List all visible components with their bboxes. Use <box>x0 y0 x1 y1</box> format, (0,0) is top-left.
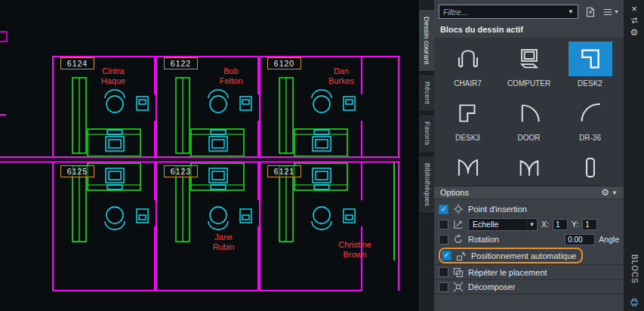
auto-hide-icon <box>629 15 640 26</box>
occupant-name[interactable]: BobFelton <box>201 66 261 85</box>
repeat-placement-icon <box>452 267 464 278</box>
desk3-icon <box>446 96 490 131</box>
chevron-down-icon: ▼ <box>526 219 537 230</box>
rotation-angle-input[interactable]: 0.00 <box>565 234 595 245</box>
block-tile-unlabeled-6[interactable] <box>438 149 498 186</box>
block-label: DESK3 <box>455 134 480 142</box>
occupant-name[interactable]: CintraHaque <box>83 66 143 85</box>
properties-button[interactable]: ⚙ <box>627 26 641 38</box>
door-icon <box>507 96 551 131</box>
room-number[interactable]: 6120 <box>267 57 301 69</box>
chevron-down-icon: ▼ <box>612 189 618 196</box>
options-title: Options <box>440 188 469 197</box>
block-tile-unlabeled-7[interactable] <box>499 149 559 186</box>
auto-placement-highlight: Positionnement automatique <box>439 248 583 263</box>
section-title: Blocs du dessin actif <box>434 22 624 38</box>
block-label: DESK2 <box>578 79 602 88</box>
tall-block-icon <box>569 150 612 185</box>
explode-label: Décomposer <box>468 282 515 291</box>
palette-topbar: Filtre... ▼ ▼ <box>434 0 624 22</box>
block-tile-chair7[interactable]: CHAIR7 <box>438 40 498 94</box>
angle-label: Angle <box>599 235 619 244</box>
rotation-checkbox[interactable] <box>439 235 448 245</box>
filter-combobox[interactable]: Filtre... ▼ <box>439 5 578 19</box>
palette-corner-icon[interactable] <box>627 296 641 308</box>
occupant-name[interactable]: ChristineBrown <box>325 240 385 259</box>
scale-checkbox[interactable] <box>439 220 448 229</box>
autocad-window: 6124CintraHaque6122BobFelton6120DanBurke… <box>0 0 644 311</box>
blocks-palette: Dessin courantRécentFavorisBibliothèques… <box>418 0 644 311</box>
options-panel: Point d'insertion Echelle ▼ X: 1 Y: <box>434 199 624 294</box>
option-row-auto-placement: Positionnement automatique <box>434 247 624 264</box>
block-label: CHAIR7 <box>454 79 482 88</box>
gear-icon: ⚙ <box>630 27 639 38</box>
floorplan-geometry <box>0 0 418 311</box>
close-button[interactable]: × <box>627 2 641 14</box>
block-grid: CHAIR7COMPUTERDESK2DESK3DOORDR-36 <box>434 38 624 186</box>
room-number[interactable]: 6122 <box>164 57 198 69</box>
desk2-icon <box>569 42 612 76</box>
palette-tab-dessin-courant[interactable]: Dessin courant <box>418 9 434 72</box>
gear-icon: ⚙ <box>601 187 609 198</box>
block-label: DOOR <box>518 134 541 142</box>
double-door-icon <box>446 150 490 185</box>
palette-main: Filtre... ▼ ▼ Blocs du dessin actif CHAI… <box>434 0 624 311</box>
insertion-point-checkbox[interactable] <box>439 205 448 214</box>
scale-x-input[interactable]: 1 <box>553 219 568 230</box>
computer-icon <box>507 42 551 76</box>
block-label: COMPUTER <box>507 79 550 88</box>
option-row-insertion-point: Point d'insertion <box>434 202 624 217</box>
palette-tabstrip: Dessin courantRécentFavorisBibliothèques <box>418 0 434 311</box>
insertion-point-label: Point d'insertion <box>468 205 527 214</box>
scale-icon <box>452 219 464 229</box>
close-icon: × <box>631 4 637 14</box>
palette-side-label: BLOCS <box>630 254 639 284</box>
dr36-icon <box>569 96 612 131</box>
explode-checkbox[interactable] <box>439 282 448 292</box>
insertion-point-icon <box>452 204 464 214</box>
repeat-placement-label: Répéter le placement <box>468 268 547 277</box>
option-row-scale: Echelle ▼ X: 1 Y: 1 <box>434 217 624 232</box>
chevron-down-icon: ▼ <box>614 9 619 14</box>
scale-dropdown[interactable]: Echelle ▼ <box>468 218 538 231</box>
palette-tab-bibliothèques[interactable]: Bibliothèques <box>418 156 434 214</box>
scale-y-label: Y: <box>572 220 578 229</box>
rotation-icon <box>452 234 464 245</box>
room-number[interactable]: 6121 <box>267 165 301 177</box>
auto-placement-checkbox[interactable] <box>442 251 451 260</box>
block-tile-desk2[interactable]: DESK2 <box>560 40 620 94</box>
chair-icon <box>446 42 490 76</box>
auto-placement-label: Positionnement automatique <box>471 251 576 260</box>
block-label: DR-36 <box>579 134 601 142</box>
occupant-name[interactable]: JaneRubin <box>193 232 254 251</box>
room-number[interactable]: 6125 <box>60 165 94 177</box>
filter-placeholder: Filtre... <box>443 8 467 17</box>
scale-y-input[interactable]: 1 <box>582 219 597 230</box>
browse-drawing-icon[interactable] <box>582 5 599 19</box>
options-settings-button[interactable]: ⚙ ▼ <box>601 187 618 198</box>
occupant-name[interactable]: DanBurkes <box>311 66 371 85</box>
block-tile-unlabeled-8[interactable] <box>560 149 620 186</box>
palette-tab-favoris[interactable]: Favoris <box>418 114 434 152</box>
palette-tab-récent[interactable]: Récent <box>418 74 434 112</box>
view-options-icon[interactable]: ▼ <box>602 5 619 19</box>
option-row-explode: Décomposer <box>434 279 624 294</box>
room-number[interactable]: 6123 <box>164 165 198 177</box>
block-tile-desk3[interactable]: DESK3 <box>438 94 498 149</box>
block-tile-computer[interactable]: COMPUTER <box>499 40 559 94</box>
chevron-down-icon: ▼ <box>568 8 574 15</box>
scale-x-label: X: <box>541 220 549 229</box>
option-row-rotation: Rotation 0.00 Angle <box>434 232 624 247</box>
block-tile-door[interactable]: DOOR <box>499 94 559 149</box>
option-row-repeat-placement: Répéter le placement <box>434 264 624 279</box>
explode-icon <box>452 282 464 292</box>
scale-dropdown-value: Echelle <box>473 220 498 229</box>
auto-hide-button[interactable] <box>627 14 641 26</box>
block-tile-dr-36[interactable]: DR-36 <box>560 94 620 149</box>
palette-titlebar[interactable]: × ⚙ BLOCS <box>624 0 644 311</box>
rotation-label: Rotation <box>468 235 499 244</box>
repeat-placement-checkbox[interactable] <box>439 267 448 277</box>
drawing-canvas[interactable]: 6124CintraHaque6122BobFelton6120DanBurke… <box>0 0 418 311</box>
auto-placement-icon <box>455 251 467 261</box>
options-header: Options ⚙ ▼ <box>434 186 624 199</box>
